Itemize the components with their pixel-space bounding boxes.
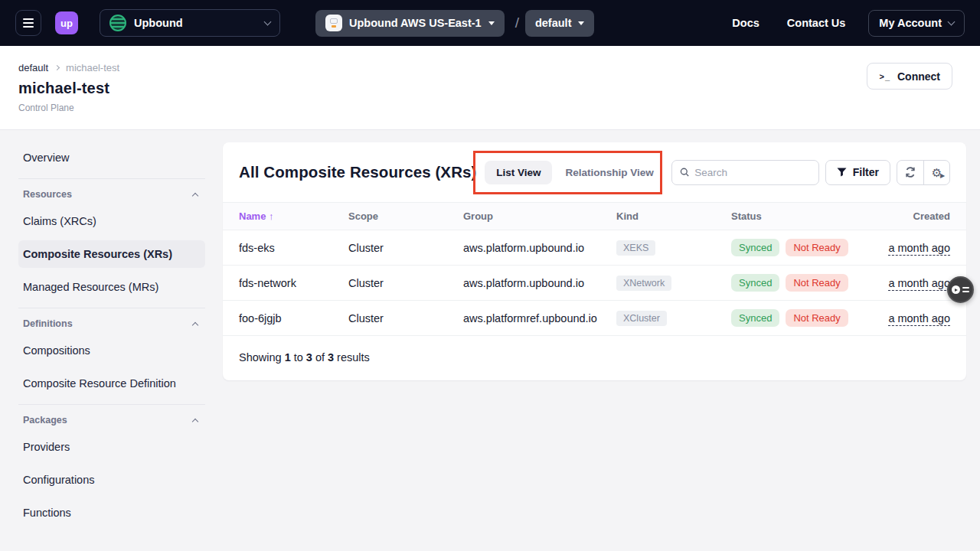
created-timestamp[interactable]: a month ago xyxy=(888,312,950,326)
refresh-icon xyxy=(904,166,916,178)
search-icon xyxy=(680,167,689,178)
sidebar-item-functions[interactable]: Functions xyxy=(18,499,205,527)
control-plane-name: Upbound AWS US-East-1 xyxy=(349,17,482,29)
relationship-view-tab[interactable]: Relationship View xyxy=(565,167,653,178)
results-to: 3 xyxy=(306,351,312,364)
sidebar-item-overview[interactable]: Overview xyxy=(18,144,205,171)
cell-group: aws.platform.upbound.io xyxy=(463,242,616,254)
hamburger-menu-button[interactable] xyxy=(15,10,41,36)
search-box xyxy=(671,160,819,185)
chevron-down-icon xyxy=(488,21,495,25)
sidebar-item-composite-resources[interactable]: Composite Resources (XRs) xyxy=(18,240,205,268)
table-header-row: Name ↑ Scope Group Kind Status Created xyxy=(223,202,966,230)
refresh-button[interactable] xyxy=(897,161,923,184)
cell-scope: Cluster xyxy=(348,277,463,289)
table-row[interactable]: fds-eks Cluster aws.platform.upbound.io … xyxy=(223,230,966,266)
table-row[interactable]: foo-6jgjb Cluster aws.platformref.upboun… xyxy=(223,301,966,336)
sidebar-divider xyxy=(18,178,205,179)
filter-funnel-icon xyxy=(837,168,847,177)
section-label: Packages xyxy=(23,415,67,425)
sidebar-divider xyxy=(18,308,205,308)
results-summary: Showing 1 to 3 of 3 results xyxy=(223,336,966,380)
sidebar-item-xrd[interactable]: Composite Resource Definition xyxy=(18,370,205,397)
sidebar-section-resources[interactable]: Resources xyxy=(18,182,205,203)
chevron-down-icon xyxy=(948,18,956,26)
search-input[interactable] xyxy=(694,167,811,178)
page-header: default michael-test michael-test Contro… xyxy=(0,46,980,130)
auto-refresh-settings-button[interactable]: ⚙▶ xyxy=(923,161,949,184)
sidebar-item-managed-resources[interactable]: Managed Resources (MRs) xyxy=(18,273,205,301)
connect-button[interactable]: >_ Connect xyxy=(867,63,952,90)
content-area: Overview Resources Claims (XRCs) Composi… xyxy=(0,130,980,532)
section-label: Resources xyxy=(23,189,72,200)
top-navigation-bar: up Upbound Upbound AWS US-East-1 / defau… xyxy=(0,0,980,46)
column-header-name[interactable]: Name ↑ xyxy=(239,210,348,222)
chevron-up-icon xyxy=(192,418,198,424)
kind-badge: XEKS xyxy=(616,240,655,256)
status-badge-synced: Synced xyxy=(731,239,779,256)
cell-status: Synced Not Ready xyxy=(731,239,888,256)
sidebar-section-packages[interactable]: Packages xyxy=(18,408,205,429)
cell-status: Synced Not Ready xyxy=(731,309,888,327)
sort-ascending-icon: ↑ xyxy=(269,210,274,222)
filter-label: Filter xyxy=(853,166,879,178)
status-badge-synced: Synced xyxy=(731,274,779,292)
cell-name[interactable]: fds-eks xyxy=(239,242,348,254)
column-header-status: Status xyxy=(731,210,888,222)
organization-selector[interactable]: Upbound xyxy=(100,9,280,37)
breadcrumb-parent[interactable]: default xyxy=(18,62,48,73)
contact-us-link[interactable]: Contact Us xyxy=(787,17,846,29)
status-badge-not-ready: Not Ready xyxy=(786,274,848,292)
chevron-right-icon xyxy=(54,65,60,70)
results-total: 3 xyxy=(328,351,334,364)
column-header-created: Created xyxy=(888,210,950,222)
sidebar-item-configurations[interactable]: Configurations xyxy=(18,466,205,494)
breadcrumb-slash: / xyxy=(515,15,519,31)
sidebar-divider xyxy=(18,404,205,405)
chevron-down-icon xyxy=(578,21,584,25)
status-badge-not-ready: Not Ready xyxy=(786,239,848,256)
created-timestamp[interactable]: a month ago xyxy=(888,242,950,256)
chevron-up-icon xyxy=(192,192,198,198)
my-account-button[interactable]: My Account xyxy=(868,10,965,37)
sidebar-section-definitions[interactable]: Definitions xyxy=(18,311,205,332)
sidebar-item-claims[interactable]: Claims (XRCs) xyxy=(18,207,205,235)
card-header: All Composite Resources (XRs) List View … xyxy=(223,142,966,202)
upbound-logo[interactable]: up xyxy=(55,11,78,34)
chevron-down-icon xyxy=(264,18,272,26)
cell-name[interactable]: foo-6jgjb xyxy=(239,312,348,324)
table-row[interactable]: fds-network Cluster aws.platform.upbound… xyxy=(223,266,966,301)
kind-badge: XCluster xyxy=(616,311,667,326)
cell-created: a month ago xyxy=(888,312,950,324)
sidebar-item-compositions[interactable]: Compositions xyxy=(18,337,205,364)
cell-kind: XEKS xyxy=(616,240,731,256)
cell-scope: Cluster xyxy=(348,312,463,324)
results-from: 1 xyxy=(285,351,291,364)
column-header-kind: Kind xyxy=(616,210,731,222)
terminal-icon: >_ xyxy=(879,72,890,81)
group-selector[interactable]: default xyxy=(525,10,595,37)
cell-scope: Cluster xyxy=(348,242,463,254)
page-title: michael-test xyxy=(18,80,952,97)
filter-button[interactable]: Filter xyxy=(825,160,890,185)
page-subtitle: Control Plane xyxy=(18,103,952,113)
my-account-label: My Account xyxy=(879,17,942,29)
cell-created: a month ago xyxy=(888,242,950,254)
sidebar-item-providers[interactable]: Providers xyxy=(18,433,205,461)
section-label: Definitions xyxy=(23,318,73,329)
sidebar: Overview Resources Claims (XRCs) Composi… xyxy=(0,130,222,532)
cell-status: Synced Not Ready xyxy=(731,274,888,292)
floating-widget-button[interactable] xyxy=(947,276,974,303)
list-view-tab[interactable]: List View xyxy=(485,161,552,184)
docs-link[interactable]: Docs xyxy=(732,17,759,29)
status-badge-not-ready: Not Ready xyxy=(786,309,848,327)
changelog-icon xyxy=(952,285,960,294)
cell-created: a month ago xyxy=(888,277,950,289)
control-plane-icon xyxy=(325,15,342,31)
view-toggle: List View Relationship View xyxy=(485,161,654,184)
column-header-scope: Scope xyxy=(348,210,463,222)
control-plane-selector[interactable]: Upbound AWS US-East-1 xyxy=(315,10,505,37)
organization-avatar xyxy=(109,15,126,31)
cell-name[interactable]: fds-network xyxy=(239,277,348,289)
created-timestamp[interactable]: a month ago xyxy=(888,277,950,291)
